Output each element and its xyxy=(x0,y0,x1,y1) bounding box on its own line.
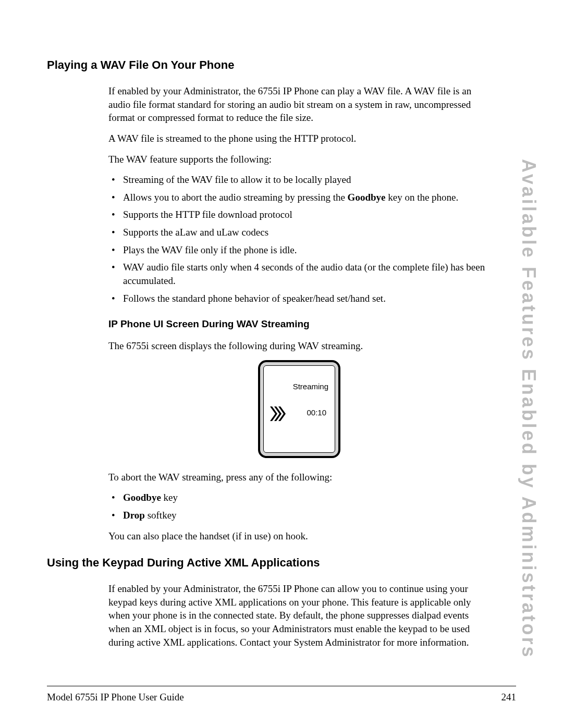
list-text-tail: key on the phone. xyxy=(385,192,458,203)
phone-bezel: Streaming 00:10 xyxy=(258,360,340,458)
list-text-tail: key xyxy=(161,492,178,503)
footer-guide-title: Model 6755i IP Phone User Guide xyxy=(47,692,184,703)
goodbye-key-bold: Goodbye xyxy=(348,192,386,203)
drop-bold: Drop xyxy=(123,510,145,521)
list-item: Supports the aLaw and uLaw codecs xyxy=(108,226,490,239)
subheading-ui-screen: IP Phone UI Screen During WAV Streaming xyxy=(108,317,490,331)
paragraph: If enabled by your Administrator, the 67… xyxy=(108,582,490,649)
list-item: WAV audio file starts only when 4 second… xyxy=(108,261,490,287)
streaming-chevrons-icon xyxy=(269,404,288,423)
list-text-tail: softkey xyxy=(145,510,177,521)
side-running-title: Available Features Enabled by Administra… xyxy=(518,159,540,659)
wav-feature-list: Streaming of the WAV file to allow it to… xyxy=(108,173,490,305)
list-item: Allows you to abort the audio streaming … xyxy=(108,191,490,204)
list-item: Drop softkey xyxy=(108,509,490,522)
list-item: Supports the HTTP file download protocol xyxy=(108,208,490,221)
paragraph: A WAV file is streamed to the phone usin… xyxy=(108,132,490,145)
paragraph: If enabled by your Administrator, the 67… xyxy=(108,84,490,125)
footer-page-number: 241 xyxy=(501,692,517,703)
phone-elapsed-time: 00:10 xyxy=(307,408,326,418)
list-item: Follows the standard phone behavior of s… xyxy=(108,292,490,305)
heading-keypad-xml: Using the Keypad During Active XML Appli… xyxy=(47,556,516,570)
heading-playing-wav: Playing a WAV File On Your Phone xyxy=(47,58,516,72)
page: Available Features Enabled by Administra… xyxy=(0,0,563,728)
list-item: Goodbye key xyxy=(108,491,490,504)
section1-body: If enabled by your Administrator, the 67… xyxy=(108,84,490,542)
phone-streaming-label: Streaming xyxy=(293,381,328,392)
list-item: Plays the WAV file only if the phone is … xyxy=(108,243,490,257)
paragraph: To abort the WAV streaming, press any of… xyxy=(108,471,490,484)
list-item: Streaming of the WAV file to allow it to… xyxy=(108,173,490,187)
footer-rule xyxy=(47,686,516,686)
goodbye-bold: Goodbye xyxy=(123,492,161,503)
paragraph: You can also place the handset (if in us… xyxy=(108,529,490,543)
section2-body: If enabled by your Administrator, the 67… xyxy=(108,582,490,649)
paragraph: The 6755i screen displays the following … xyxy=(108,339,490,353)
phone-screen-illustration: Streaming 00:10 xyxy=(108,360,490,458)
paragraph: The WAV feature supports the following: xyxy=(108,153,490,166)
list-text: Allows you to abort the audio streaming … xyxy=(123,192,348,203)
phone-display: Streaming 00:10 xyxy=(263,365,335,453)
page-footer: Model 6755i IP Phone User Guide 241 xyxy=(47,692,516,703)
abort-list: Goodbye key Drop softkey xyxy=(108,491,490,522)
